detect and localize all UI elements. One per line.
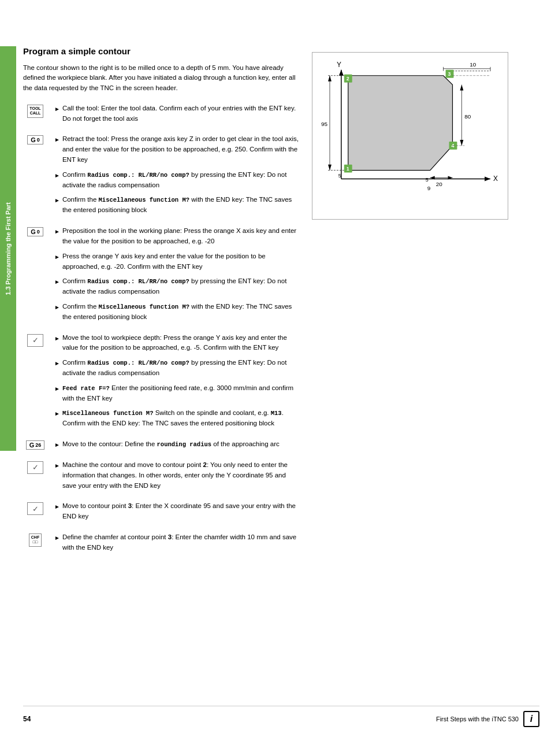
instruction-block-3: G0 ► Preposition the tool in the working… — [23, 226, 300, 327]
bullet-item: ► Move to the contour: Define the roundi… — [54, 439, 300, 450]
icon-box-2: G0 — [23, 134, 47, 144]
tool-call-icon: TOOLCALL — [27, 105, 43, 118]
left-column: Program a simple contour The contour sho… — [23, 46, 300, 564]
footer-right: First Steps with the iTNC 530 i — [436, 711, 539, 727]
bullet-item: ► Machine the contour and move to contou… — [54, 460, 300, 491]
arrow-icon: ► — [54, 135, 60, 144]
instruction-text-6: ► Machine the contour and move to contou… — [54, 460, 300, 495]
arrow-icon: ► — [54, 196, 60, 205]
bullet-item: ► Move the tool to workpiece depth: Pres… — [54, 333, 300, 354]
arrow-icon: ► — [54, 409, 60, 418]
arrow-icon: ► — [54, 502, 60, 512]
page-footer: 54 First Steps with the iTNC 530 i — [23, 706, 539, 727]
icon-box-7: ✓ — [23, 501, 47, 515]
instruction-text-7: ► Move to contour point 3: Enter the X c… — [54, 501, 300, 527]
icon-box-4: ✓ — [23, 333, 47, 347]
page-title: Program a simple contour — [23, 46, 300, 56]
svg-text:X: X — [493, 175, 498, 183]
instruction-block-1: TOOLCALL ► Call the tool: Enter the tool… — [23, 103, 300, 129]
instruction-block-6: ✓ ► Machine the contour and move to cont… — [23, 460, 300, 495]
svg-text:5: 5 — [426, 177, 429, 183]
arrow-icon: ► — [54, 227, 60, 236]
icon-box-5: G26 — [23, 439, 47, 450]
arrow-icon: ► — [54, 533, 60, 543]
instruction-text-1: ► Call the tool: Enter the tool data. Co… — [54, 103, 300, 129]
instruction-text-4: ► Move the tool to workpiece depth: Pres… — [54, 333, 300, 434]
g-icon-2: G0 — [27, 227, 43, 236]
side-tab: 1.3 Programming the First Part — [0, 46, 16, 451]
info-badge: i — [523, 711, 539, 727]
arrow-icon: ► — [54, 171, 60, 180]
instruction-text-3: ► Preposition the tool in the working pl… — [54, 226, 300, 327]
instruction-text-5: ► Move to the contour: Define the roundi… — [54, 439, 300, 454]
page-number: 54 — [23, 715, 31, 723]
svg-text:9: 9 — [427, 185, 431, 191]
instruction-block-7: ✓ ► Move to contour point 3: Enter the X… — [23, 501, 300, 527]
checkmark-icon-1: ✓ — [27, 334, 43, 347]
arrow-icon: ► — [54, 440, 60, 450]
footer-text: First Steps with the iTNC 530 — [436, 716, 519, 722]
instruction-block-8: CHF□□ ► Define the chamfer at contour po… — [23, 532, 300, 558]
instruction-text-8: ► Define the chamfer at contour point 3:… — [54, 532, 300, 558]
bullet-item: ► Feed rate F=? Enter the positioning fe… — [54, 383, 300, 404]
bullet-item: ► Press the orange Y axis key and enter … — [54, 251, 300, 272]
svg-text:5: 5 — [338, 173, 341, 179]
bullet-item: ► Confirm Radius comp.: RL/RR/no comp? b… — [54, 170, 300, 191]
svg-text:1: 1 — [347, 166, 349, 172]
arrow-icon: ► — [54, 461, 60, 470]
side-tab-label: 1.3 Programming the First Part — [5, 202, 12, 295]
checkmark-icon-3: ✓ — [27, 502, 43, 515]
bullet-item: ► Confirm the Miscellaneous function M? … — [54, 302, 300, 323]
main-content: Program a simple contour The contour sho… — [23, 0, 539, 564]
arrow-icon: ► — [54, 359, 60, 368]
svg-text:Y: Y — [337, 61, 341, 69]
bullet-item: ► Confirm Radius comp.: RL/RR/no comp? b… — [54, 358, 300, 379]
bullet-item: ► Move to contour point 3: Enter the X c… — [54, 501, 300, 522]
bullet-item: ► Call the tool: Enter the tool data. Co… — [54, 103, 300, 124]
icon-box-3: G0 — [23, 226, 47, 236]
g-icon-3: G26 — [26, 440, 45, 450]
bullet-item: ► Preposition the tool in the working pl… — [54, 226, 300, 247]
intro-text: The contour shown to the right is to be … — [23, 63, 300, 93]
bullet-item: ► Confirm the Miscellaneous function M? … — [54, 195, 300, 216]
icon-box-6: ✓ — [23, 460, 47, 474]
icon-box-8: CHF□□ — [23, 532, 47, 547]
instruction-block-4: ✓ ► Move the tool to workpiece depth: Pr… — [23, 333, 300, 434]
instruction-block-2: G0 ► Retract the tool: Press the orange … — [23, 134, 300, 220]
arrow-icon: ► — [54, 303, 60, 312]
arrow-icon: ► — [54, 105, 60, 114]
bullet-item: ► Confirm Radius comp.: RL/RR/no comp? b… — [54, 276, 300, 297]
chf-icon: CHF□□ — [29, 533, 42, 547]
arrow-icon: ► — [54, 334, 60, 343]
g-icon-1: G0 — [27, 135, 43, 144]
contour-diagram: X Y — [312, 52, 508, 220]
svg-text:2: 2 — [347, 76, 349, 81]
svg-text:80: 80 — [464, 113, 471, 120]
icon-box-1: TOOLCALL — [23, 103, 47, 118]
svg-marker-9 — [348, 76, 453, 171]
arrow-icon: ► — [54, 253, 60, 262]
svg-text:3: 3 — [448, 71, 451, 77]
bullet-item: ► Miscellaneous function M? Switch on th… — [54, 408, 300, 429]
arrow-icon: ► — [54, 277, 60, 287]
arrow-icon: ► — [54, 384, 60, 394]
bullet-item: ► Define the chamfer at contour point 3:… — [54, 532, 300, 553]
instruction-block-5: G26 ► Move to the contour: Define the ro… — [23, 439, 300, 454]
bullet-item: ► Retract the tool: Press the orange axi… — [54, 134, 300, 165]
diagram-svg: X Y — [312, 53, 508, 219]
checkmark-icon-2: ✓ — [27, 461, 43, 474]
svg-text:95: 95 — [321, 121, 328, 127]
instruction-text-2: ► Retract the tool: Press the orange axi… — [54, 134, 300, 220]
svg-text:10: 10 — [470, 61, 476, 68]
svg-text:20: 20 — [436, 181, 443, 187]
right-column: X Y — [312, 46, 539, 564]
